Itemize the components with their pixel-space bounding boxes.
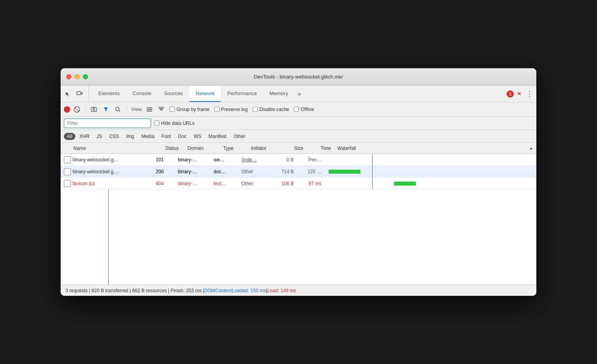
group-by-frame-group: Group by frame [170, 107, 209, 112]
row-name: favicon.ico [71, 181, 154, 186]
row-domain: binary-… [178, 181, 214, 186]
status-bar: 3 requests | 820 B transferred | 662 B r… [61, 285, 536, 296]
tabs-container: Elements Console Sources Network Perform… [92, 86, 304, 102]
tab-memory[interactable]: Memory [263, 86, 295, 102]
row-name: binary-websocket.g… [71, 169, 154, 174]
offline-checkbox[interactable] [294, 107, 299, 112]
row-size: 106 B [273, 181, 297, 186]
type-pill-js[interactable]: JS [94, 133, 105, 140]
close-button[interactable] [66, 74, 71, 79]
type-pill-font[interactable]: Font [158, 133, 174, 140]
col-header-status[interactable]: Status [164, 146, 188, 151]
preserve-log-checkbox[interactable] [214, 107, 220, 112]
group-by-frame-label: Group by frame [176, 107, 209, 112]
col-header-size[interactable]: Size [283, 146, 306, 151]
col-header-initiator[interactable]: Initiator [251, 146, 283, 151]
tree-view-button[interactable] [156, 104, 166, 115]
cursor-icon[interactable] [62, 88, 73, 100]
table-header: Name Status Domain Type Initiator Size [61, 143, 536, 154]
row-initiator: (inde… [241, 157, 273, 163]
minimize-button[interactable] [75, 74, 80, 79]
sort-arrow-icon: ▲ [529, 146, 533, 150]
hide-data-urls-group: Hide data URLs [154, 121, 195, 126]
maximize-button[interactable] [83, 74, 88, 79]
filter-button[interactable] [101, 104, 111, 115]
type-pill-other[interactable]: Other [230, 133, 249, 140]
offline-label: Offline [300, 107, 314, 112]
window-controls [66, 74, 88, 79]
empty-area [61, 190, 536, 285]
tab-bar: Elements Console Sources Network Perform… [61, 86, 536, 102]
type-filter-row: All XHR JS CSS Img Media Font Doc WS Man… [61, 130, 536, 143]
type-pill-xhr[interactable]: XHR [76, 133, 92, 140]
status-text: 3 requests | 820 B transferred | 662 B r… [65, 288, 204, 293]
type-pill-media[interactable]: Media [138, 133, 157, 140]
tab-sources[interactable]: Sources [158, 86, 189, 102]
tab-performance[interactable]: Performance [221, 86, 263, 102]
filter-row: Hide data URLs [61, 117, 536, 130]
network-table: Name Status Domain Type Initiator Size [61, 143, 536, 285]
type-pill-img[interactable]: Img [123, 133, 137, 140]
svg-line-3 [75, 107, 79, 111]
tab-console[interactable]: Console [126, 86, 158, 102]
table-row[interactable]: binary-websocket.g… 101 binary-… we… (in… [61, 154, 536, 166]
row-time: 97 ms [297, 181, 325, 186]
waterfall-bar [329, 170, 360, 174]
toolbar-divider-1 [85, 105, 86, 113]
tab-more-button[interactable]: » [295, 90, 304, 98]
tab-elements[interactable]: Elements [92, 86, 126, 102]
row-initiator: Other [241, 181, 273, 186]
row-size: 714 B [273, 169, 297, 174]
svg-point-5 [93, 108, 95, 110]
waterfall-timeline-line [108, 190, 109, 285]
row-checkbox[interactable] [64, 156, 71, 163]
row-status: 404 [154, 181, 178, 186]
titlebar: DevTools - binary-websocket.glitch.me/ [61, 68, 536, 86]
waterfall-timeline-line [372, 178, 373, 189]
col-header-name[interactable]: Name [61, 146, 164, 151]
clear-button[interactable] [72, 104, 82, 115]
row-domain: binary-… [178, 169, 214, 174]
row-type: doc… [214, 169, 241, 174]
type-pill-manifest[interactable]: Manifest [205, 133, 230, 140]
search-button[interactable] [113, 104, 123, 115]
hide-data-urls-checkbox[interactable] [154, 121, 159, 126]
preserve-log-label: Preserve log [221, 107, 248, 112]
tab-bar-right: 1 ✕ ⋮ [507, 90, 535, 98]
col-header-domain[interactable]: Domain [188, 146, 223, 151]
table-row[interactable]: favicon.ico 404 binary-… text… Other 106… [61, 178, 536, 190]
device-icon[interactable] [74, 88, 85, 100]
table-row[interactable]: binary-websocket.g… 200 binary-… doc… Ot… [61, 166, 536, 178]
disable-cache-label: Disable cache [259, 107, 289, 112]
hide-data-urls-label: Hide data URLs [161, 121, 195, 126]
group-by-frame-checkbox[interactable] [170, 107, 175, 112]
row-type: text… [214, 181, 241, 186]
type-pill-doc[interactable]: Doc [175, 133, 189, 140]
disable-cache-checkbox[interactable] [253, 107, 258, 112]
record-button[interactable] [64, 106, 70, 113]
row-domain: binary-… [178, 157, 214, 163]
offline-group: Offline [294, 107, 314, 112]
svg-rect-6 [93, 107, 94, 107]
preserve-log-group: Preserve log [214, 107, 248, 112]
type-pill-ws[interactable]: WS [190, 133, 204, 140]
col-header-waterfall[interactable]: Waterfall ▲ [334, 146, 536, 151]
tab-network[interactable]: Network [189, 86, 221, 102]
col-header-time[interactable]: Time [306, 146, 334, 151]
capture-screenshot-button[interactable] [89, 104, 99, 115]
row-checkbox[interactable] [64, 168, 71, 175]
type-pill-all[interactable]: All [64, 133, 75, 140]
svg-rect-1 [81, 92, 82, 94]
disable-cache-group: Disable cache [253, 107, 289, 112]
tab-icon-group [62, 86, 89, 102]
filter-input[interactable] [64, 119, 151, 128]
col-header-type[interactable]: Type [223, 146, 251, 151]
row-initiator: Other [241, 169, 273, 174]
svg-rect-4 [91, 107, 97, 111]
error-x-icon: ✕ [517, 91, 521, 97]
more-options-button[interactable]: ⋮ [524, 90, 535, 98]
row-checkbox[interactable] [64, 180, 71, 187]
type-pill-css[interactable]: CSS [106, 133, 122, 140]
list-view-button[interactable] [144, 104, 155, 115]
svg-line-8 [119, 110, 121, 112]
